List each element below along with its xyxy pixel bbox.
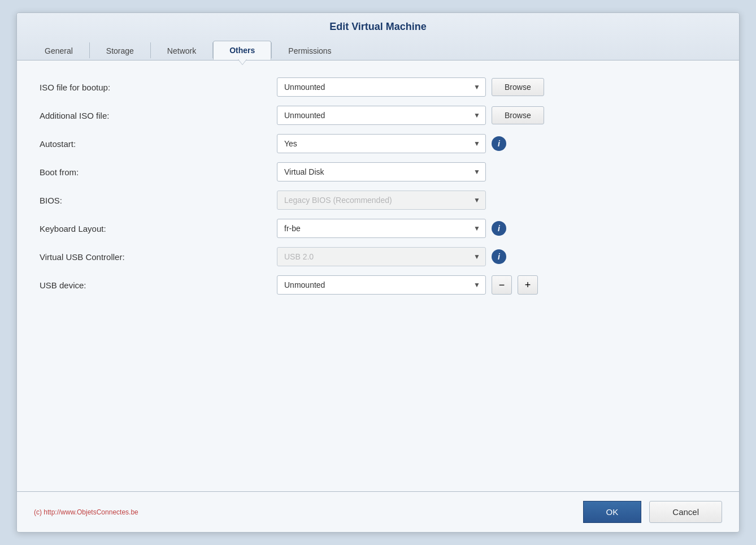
control-usb-controller: USB 2.0 USB 3.0 ▼ i (277, 247, 506, 266)
ok-button[interactable]: OK (583, 501, 642, 523)
dialog-footer: (c) http://www.ObjetsConnectes.be OK Can… (17, 491, 739, 532)
row-keyboard-layout: Keyboard Layout: fr-be en-us de ▼ i (40, 219, 716, 238)
tab-storage[interactable]: Storage (90, 41, 150, 60)
info-keyboard-layout-icon[interactable]: i (492, 221, 506, 236)
label-bios: BIOS: (40, 196, 277, 205)
row-boot-from: Boot from: Virtual Disk ISO ▼ (40, 162, 716, 181)
label-usb-device: USB device: (40, 280, 277, 290)
select-wrapper-usb-controller: USB 2.0 USB 3.0 ▼ (277, 247, 486, 266)
footer-copyright: (c) http://www.ObjetsConnectes.be (34, 508, 138, 516)
select-boot-from[interactable]: Virtual Disk ISO (277, 162, 486, 181)
select-wrapper-keyboard-layout: fr-be en-us de ▼ (277, 219, 486, 238)
usb-device-plus-button[interactable]: + (518, 275, 538, 295)
cancel-button[interactable]: Cancel (649, 501, 722, 523)
tab-others[interactable]: Others (213, 41, 271, 60)
select-additional-iso[interactable]: Unmounted (277, 106, 486, 125)
footer-buttons: OK Cancel (583, 501, 722, 523)
label-keyboard-layout: Keyboard Layout: (40, 224, 277, 233)
info-usb-controller-icon[interactable]: i (492, 249, 506, 264)
tab-network[interactable]: Network (151, 41, 212, 60)
select-bios[interactable]: Legacy BIOS (Recommended) (277, 191, 486, 210)
control-additional-iso: Unmounted ▼ Browse (277, 106, 544, 125)
tab-active-arrow (238, 59, 247, 65)
select-iso-bootup[interactable]: Unmounted (277, 77, 486, 97)
select-keyboard-layout[interactable]: fr-be en-us de (277, 219, 486, 238)
info-autostart-icon[interactable]: i (492, 136, 506, 151)
label-additional-iso: Additional ISO file: (40, 111, 277, 120)
row-additional-iso: Additional ISO file: Unmounted ▼ Browse (40, 106, 716, 125)
control-autostart: Yes No ▼ i (277, 134, 506, 153)
dialog-body: ISO file for bootup: Unmounted ▼ Browse … (17, 60, 739, 491)
select-wrapper-bios: Legacy BIOS (Recommended) ▼ (277, 191, 486, 210)
select-wrapper-usb-device: Unmounted ▼ (277, 275, 486, 295)
tab-general[interactable]: General (28, 41, 89, 60)
dialog-title: Edit Virtual Machine (28, 21, 728, 41)
edit-vm-dialog: Edit Virtual Machine General Storage Net… (16, 12, 740, 533)
select-wrapper-boot-from: Virtual Disk ISO ▼ (277, 162, 486, 181)
label-boot-from: Boot from: (40, 167, 277, 177)
control-usb-device: Unmounted ▼ − + (277, 275, 538, 295)
select-usb-device[interactable]: Unmounted (277, 275, 486, 295)
label-autostart: Autostart: (40, 139, 277, 149)
tab-permissions[interactable]: Permissions (272, 41, 347, 60)
control-bios: Legacy BIOS (Recommended) ▼ (277, 191, 486, 210)
row-autostart: Autostart: Yes No ▼ i (40, 134, 716, 153)
row-iso-bootup: ISO file for bootup: Unmounted ▼ Browse (40, 77, 716, 97)
label-iso-bootup: ISO file for bootup: (40, 83, 277, 92)
select-usb-controller[interactable]: USB 2.0 USB 3.0 (277, 247, 486, 266)
select-wrapper-additional-iso: Unmounted ▼ (277, 106, 486, 125)
dialog-header: Edit Virtual Machine General Storage Net… (17, 13, 739, 60)
label-usb-controller: Virtual USB Controller: (40, 252, 277, 262)
row-usb-device: USB device: Unmounted ▼ − + (40, 275, 716, 295)
row-usb-controller: Virtual USB Controller: USB 2.0 USB 3.0 … (40, 247, 716, 266)
browse-iso-bootup-button[interactable]: Browse (492, 78, 544, 96)
select-autostart[interactable]: Yes No (277, 134, 486, 153)
select-wrapper-autostart: Yes No ▼ (277, 134, 486, 153)
control-keyboard-layout: fr-be en-us de ▼ i (277, 219, 506, 238)
browse-additional-iso-button[interactable]: Browse (492, 106, 544, 124)
tab-bar: General Storage Network Others Permissio… (28, 41, 728, 60)
control-boot-from: Virtual Disk ISO ▼ (277, 162, 486, 181)
usb-device-minus-button[interactable]: − (492, 275, 512, 295)
row-bios: BIOS: Legacy BIOS (Recommended) ▼ (40, 191, 716, 210)
select-wrapper-iso-bootup: Unmounted ▼ (277, 77, 486, 97)
control-iso-bootup: Unmounted ▼ Browse (277, 77, 544, 97)
